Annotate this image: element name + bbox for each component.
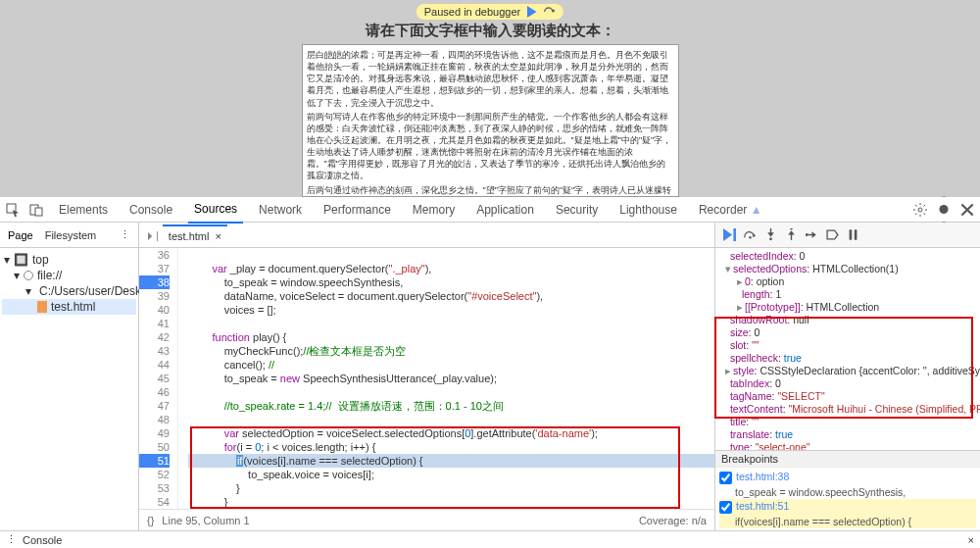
close-icon[interactable]: [960, 203, 974, 217]
step-icon[interactable]: [806, 228, 818, 241]
tab-sources[interactable]: Sources: [188, 196, 243, 224]
tab-console[interactable]: Console: [123, 197, 178, 223]
svg-point-9: [769, 237, 772, 240]
step-into-icon[interactable]: [764, 228, 777, 241]
tree-origin[interactable]: ▾file://: [2, 268, 136, 283]
svg-rect-7: [733, 228, 736, 241]
step-out-icon[interactable]: [785, 228, 798, 241]
subtab-filesystem[interactable]: Filesystem: [45, 224, 97, 246]
page-preview: Paused in debugger 请在下面文字框中输入要朗读的文本： 层白皑…: [0, 0, 980, 196]
svg-rect-12: [850, 229, 853, 239]
inspect-icon[interactable]: [6, 203, 20, 217]
tab-network[interactable]: Network: [253, 197, 308, 223]
file-icon: [37, 301, 47, 313]
nav-icon[interactable]: ⏵|: [145, 229, 159, 241]
page-title: 请在下面文字框中输入要朗读的文本：: [0, 22, 980, 40]
tab-performance[interactable]: Performance: [318, 197, 397, 223]
breakpoints-header[interactable]: Breakpoints: [715, 450, 980, 468]
pause-on-exceptions-icon[interactable]: [847, 228, 859, 241]
svg-rect-2: [35, 208, 42, 216]
tree-top[interactable]: ▾🔲top: [2, 252, 136, 268]
tab-close-icon[interactable]: ×: [215, 230, 220, 242]
more-icon[interactable]: ⋮: [120, 228, 130, 241]
svg-point-10: [790, 228, 793, 229]
svg-point-11: [806, 233, 808, 236]
debugger-controls: [715, 223, 980, 248]
drawer-close-icon[interactable]: ×: [968, 534, 974, 546]
deactivate-breakpoints-icon[interactable]: [826, 228, 839, 241]
breakpoints-list: test.html:38to_speak = window.speechSynt…: [715, 468, 980, 530]
braces-icon[interactable]: {}: [147, 515, 154, 526]
breakpoint-item[interactable]: test.html:51: [719, 499, 976, 515]
paused-label: Paused in debugger: [424, 6, 520, 18]
tab-memory[interactable]: Memory: [407, 197, 461, 223]
svg-point-5: [939, 205, 948, 214]
device-icon[interactable]: [29, 203, 43, 217]
editor-tab[interactable]: test.html ×: [163, 224, 227, 246]
kebab-icon[interactable]: [937, 203, 951, 217]
scope-panel[interactable]: selectedIndex: 0▾selectedOptions: HTMLCo…: [715, 248, 980, 450]
tab-security[interactable]: Security: [550, 197, 604, 223]
svg-point-3: [918, 208, 922, 212]
tree-file[interactable]: test.html: [2, 299, 136, 315]
play-icon[interactable]: [526, 6, 538, 18]
breakpoint-checkbox[interactable]: [719, 472, 732, 484]
resume-icon[interactable]: [723, 228, 736, 241]
tree-folder[interactable]: ▾C:/Users/user/Desktop: [2, 283, 136, 299]
svg-point-8: [749, 236, 751, 238]
cursor-position: Line 95, Column 1: [162, 515, 249, 526]
gear-icon[interactable]: [913, 203, 927, 217]
breakpoint-checkbox[interactable]: [719, 501, 732, 514]
devtools-toolbar: Elements Console Sources Network Perform…: [0, 197, 980, 223]
file-tree: ▾🔲top ▾file:// ▾C:/Users/user/Desktop te…: [0, 248, 138, 530]
console-expand-icon[interactable]: ⋮: [6, 533, 17, 546]
coverage-status: Coverage: n/a: [639, 515, 707, 526]
subtab-page[interactable]: Page: [8, 224, 33, 246]
tab-recorder[interactable]: Recorder ▲: [693, 197, 768, 223]
tab-lighthouse[interactable]: Lighthouse: [613, 197, 683, 223]
tab-elements[interactable]: Elements: [53, 197, 114, 223]
step-over-icon[interactable]: [744, 228, 757, 241]
breakpoint-item[interactable]: test.html:38: [719, 470, 976, 485]
tab-application[interactable]: Application: [470, 197, 540, 223]
step-icon[interactable]: [544, 6, 556, 18]
paused-overlay: Paused in debugger: [416, 4, 564, 20]
console-drawer-tab[interactable]: Console: [23, 534, 62, 546]
svg-rect-13: [855, 229, 858, 239]
text-input-box[interactable]: 层白皑皑的浓霜；可是再定神一看，四周的环境告诉他，这不是霜痕而是月色。月色不免吸…: [302, 44, 679, 197]
